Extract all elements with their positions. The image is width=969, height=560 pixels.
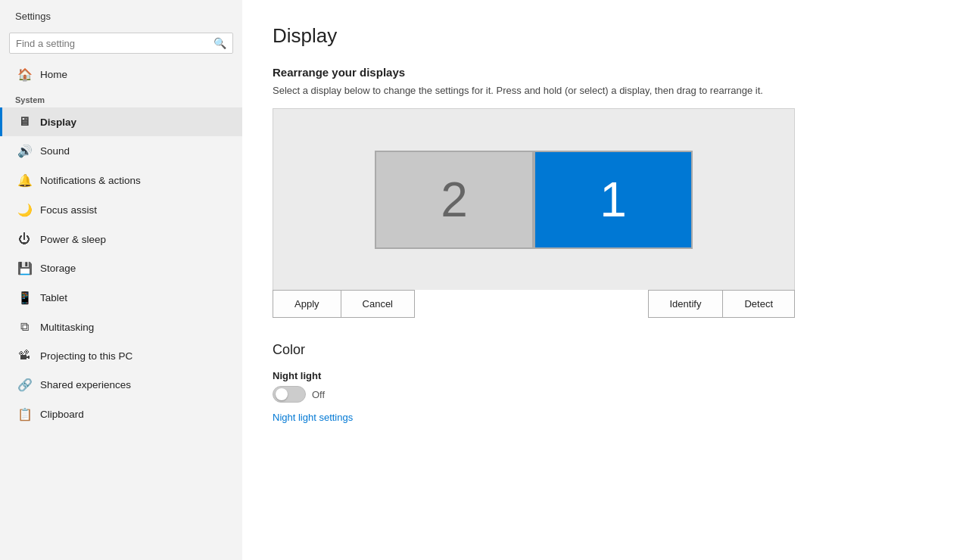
sidebar-item-home[interactable]: 🏠 Home bbox=[0, 60, 242, 89]
sidebar-multitasking-label: Multitasking bbox=[40, 322, 94, 333]
sidebar-item-multitasking[interactable]: ⧉ Multitasking bbox=[0, 313, 242, 341]
display-icon: 🖥 bbox=[17, 115, 31, 129]
cancel-button[interactable]: Cancel bbox=[341, 290, 415, 318]
home-icon: 🏠 bbox=[17, 67, 31, 82]
search-input[interactable] bbox=[16, 38, 213, 49]
sidebar-item-power-sleep[interactable]: ⏻ Power & sleep bbox=[0, 225, 242, 254]
sidebar-tablet-label: Tablet bbox=[40, 292, 67, 303]
monitor-1[interactable]: 1 bbox=[534, 151, 693, 249]
sidebar-home-label: Home bbox=[40, 69, 67, 80]
color-section: Color Night light Off Night light settin… bbox=[273, 342, 939, 424]
sidebar-item-notifications[interactable]: 🔔 Notifications & actions bbox=[0, 166, 242, 195]
buttons-right: Identify Detect bbox=[648, 290, 796, 318]
identify-button[interactable]: Identify bbox=[648, 290, 723, 318]
apply-button[interactable]: Apply bbox=[273, 290, 341, 318]
sidebar-notifications-label: Notifications & actions bbox=[40, 175, 141, 186]
sidebar-section-system: System bbox=[0, 89, 242, 107]
monitor-group: 2 1 bbox=[375, 151, 693, 249]
sidebar-item-sound[interactable]: 🔊 Sound bbox=[0, 136, 242, 166]
main-content: Display Rearrange your displays Select a… bbox=[242, 0, 969, 560]
display-arrangement-area: 2 1 bbox=[273, 108, 795, 290]
sidebar-item-projecting[interactable]: 📽 Projecting to this PC bbox=[0, 341, 242, 370]
night-light-toggle-row: Off bbox=[273, 386, 939, 403]
night-light-toggle[interactable] bbox=[273, 386, 306, 403]
monitor-2-number: 2 bbox=[441, 172, 468, 228]
night-light-label: Night light bbox=[273, 370, 939, 381]
sound-icon: 🔊 bbox=[17, 144, 31, 158]
night-light-settings-link[interactable]: Night light settings bbox=[273, 412, 353, 423]
monitor-2[interactable]: 2 bbox=[375, 151, 534, 249]
focus-assist-icon: 🌙 bbox=[17, 203, 31, 217]
power-icon: ⏻ bbox=[17, 232, 31, 246]
sidebar-item-focus-assist[interactable]: 🌙 Focus assist bbox=[0, 195, 242, 225]
app-title: Settings bbox=[0, 0, 242, 30]
tablet-icon: 📱 bbox=[17, 291, 31, 305]
storage-icon: 💾 bbox=[17, 261, 31, 275]
sidebar-display-label: Display bbox=[40, 117, 76, 128]
detect-button[interactable]: Detect bbox=[722, 290, 795, 318]
sidebar-clipboard-label: Clipboard bbox=[40, 409, 84, 420]
notifications-icon: 🔔 bbox=[17, 173, 31, 188]
rearrange-desc: Select a display below to change the set… bbox=[273, 85, 939, 96]
multitasking-icon: ⧉ bbox=[17, 320, 31, 334]
color-section-title: Color bbox=[273, 342, 939, 358]
monitor-1-number: 1 bbox=[600, 172, 627, 228]
action-buttons-row: Apply Cancel Identify Detect bbox=[273, 290, 795, 318]
sidebar-power-label: Power & sleep bbox=[40, 234, 106, 245]
sidebar: Settings 🔍 🏠 Home System 🖥 Display 🔊 Sou… bbox=[0, 0, 242, 560]
toggle-knob bbox=[276, 388, 288, 400]
sidebar-storage-label: Storage bbox=[40, 263, 76, 274]
sidebar-item-clipboard[interactable]: 📋 Clipboard bbox=[0, 400, 242, 429]
rearrange-title: Rearrange your displays bbox=[273, 66, 939, 79]
sidebar-item-display[interactable]: 🖥 Display bbox=[0, 107, 242, 136]
search-icon: 🔍 bbox=[213, 37, 226, 49]
buttons-left: Apply Cancel bbox=[273, 290, 415, 318]
sidebar-item-shared-experiences[interactable]: 🔗 Shared experiences bbox=[0, 370, 242, 400]
shared-experiences-icon: 🔗 bbox=[17, 378, 31, 392]
projecting-icon: 📽 bbox=[17, 349, 31, 362]
sidebar-focus-label: Focus assist bbox=[40, 204, 97, 216]
clipboard-icon: 📋 bbox=[17, 407, 31, 422]
search-box[interactable]: 🔍 bbox=[9, 33, 233, 54]
sidebar-item-tablet[interactable]: 📱 Tablet bbox=[0, 283, 242, 313]
night-light-state: Off bbox=[312, 389, 325, 400]
sidebar-projecting-label: Projecting to this PC bbox=[40, 350, 132, 362]
page-title: Display bbox=[273, 24, 939, 48]
sidebar-item-storage[interactable]: 💾 Storage bbox=[0, 254, 242, 283]
sidebar-shared-label: Shared experiences bbox=[40, 379, 131, 390]
sidebar-sound-label: Sound bbox=[40, 145, 70, 157]
